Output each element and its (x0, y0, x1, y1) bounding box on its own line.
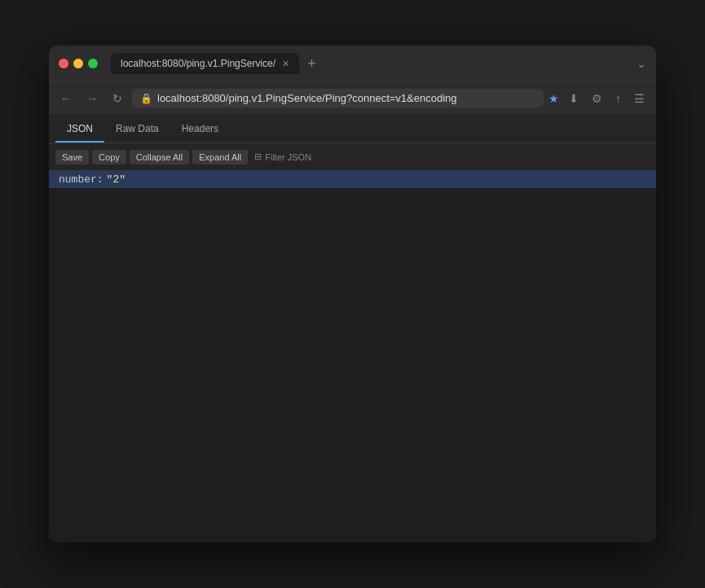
traffic-lights (59, 59, 98, 68)
json-key: number: (59, 173, 104, 186)
maximize-button[interactable] (88, 59, 98, 68)
forward-button[interactable]: → (82, 89, 103, 108)
browser-window: localhost:8080/ping.v1.PingService/ ✕ + … (49, 46, 656, 542)
json-toolbar: Save Copy Collapse All Expand All ⊟ Filt… (49, 143, 656, 171)
back-button[interactable]: ← (55, 89, 77, 108)
menu-button[interactable]: ☰ (629, 89, 650, 108)
download-button[interactable]: ⬇ (564, 89, 584, 108)
viewer-tabs: JSON Raw Data Headers (49, 114, 656, 143)
title-bar: localhost:8080/ping.v1.PingService/ ✕ + … (49, 46, 656, 81)
tab-close-icon[interactable]: ✕ (282, 59, 289, 69)
window-controls: ⌄ (637, 57, 646, 70)
address-bar-input[interactable]: 🔒 localhost:8080/ping.v1.PingService/Pin… (132, 89, 544, 108)
browser-tab[interactable]: localhost:8080/ping.v1.PingService/ ✕ (111, 53, 299, 74)
json-value: "2" (107, 173, 126, 186)
json-content: number: "2" (49, 171, 656, 542)
tab-bar: localhost:8080/ping.v1.PingService/ ✕ + (111, 53, 630, 74)
json-row: number: "2" (49, 171, 656, 188)
copy-button[interactable]: Copy (92, 150, 126, 165)
bookmark-star-icon[interactable]: ★ (549, 92, 559, 105)
tab-raw-data[interactable]: Raw Data (104, 116, 170, 143)
tab-json[interactable]: JSON (55, 116, 104, 143)
filter-icon: ⊟ (254, 151, 262, 162)
reload-button[interactable]: ↻ (108, 89, 127, 108)
expand-all-button[interactable]: Expand All (192, 150, 248, 165)
minimize-button[interactable] (73, 59, 83, 68)
save-button[interactable]: Save (55, 150, 89, 165)
share-button[interactable]: ↑ (610, 89, 626, 108)
new-tab-button[interactable]: + (302, 56, 321, 71)
tab-title: localhost:8080/ping.v1.PingService/ (121, 58, 275, 69)
tab-headers[interactable]: Headers (170, 116, 230, 143)
browser-toolbar-icons: ⬇ ⚙ ↑ ☰ (564, 89, 650, 108)
filter-label: Filter JSON (265, 152, 311, 162)
tools-button[interactable]: ⚙ (587, 89, 607, 108)
filter-wrap: ⊟ Filter JSON (254, 151, 311, 162)
address-text: localhost:8080/ping.v1.PingService/Ping?… (157, 92, 535, 104)
lock-icon: 🔒 (140, 93, 152, 104)
collapse-all-button[interactable]: Collapse All (130, 150, 189, 165)
close-button[interactable] (59, 59, 68, 68)
address-bar: ← → ↻ 🔒 localhost:8080/ping.v1.PingServi… (49, 81, 656, 114)
